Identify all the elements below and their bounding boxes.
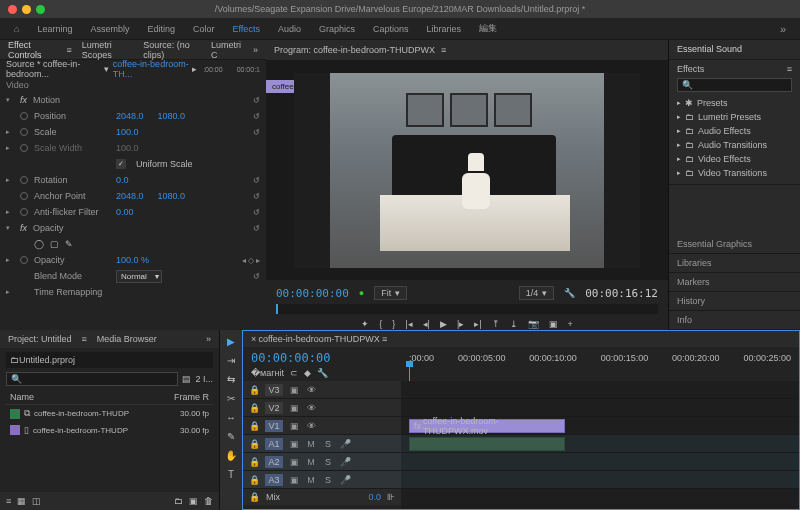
reset-icon[interactable]: ↺ xyxy=(253,272,260,281)
mask-ellipse-icon[interactable]: ◯ xyxy=(34,239,44,249)
linked-sel-icon[interactable]: ⊂ xyxy=(290,368,298,378)
panel-libraries[interactable]: Libraries xyxy=(669,254,800,273)
mask-pen-icon[interactable]: ✎ xyxy=(65,239,73,249)
folder-presets[interactable]: ▸✱Presets xyxy=(677,96,792,110)
lock-icon[interactable]: 🔒 xyxy=(249,439,260,449)
keyframe-toggle[interactable] xyxy=(20,176,28,184)
mute-toggle[interactable]: M xyxy=(305,475,317,485)
maximize-window[interactable] xyxy=(36,5,45,14)
reset-icon[interactable]: ↺ xyxy=(253,192,260,201)
ripple-edit-tool-icon[interactable]: ⇆ xyxy=(227,374,235,385)
track-a3[interactable]: A3 xyxy=(265,474,283,486)
caret-down-icon[interactable]: ▾ xyxy=(6,96,14,104)
lane-mix[interactable] xyxy=(401,489,799,507)
freeform-view-icon[interactable]: ◫ xyxy=(32,496,41,506)
solo-toggle[interactable]: S xyxy=(322,457,334,467)
blend-mode-dropdown[interactable]: Normal xyxy=(116,270,162,283)
track-toggle-output[interactable]: ▣ xyxy=(288,439,300,449)
mix-value[interactable]: 0.0 xyxy=(368,492,381,502)
lock-icon[interactable]: 🔒 xyxy=(249,457,260,467)
video-frame[interactable] xyxy=(294,73,640,268)
mix-meter-icon[interactable]: ⊪ xyxy=(387,492,395,502)
record-toggle[interactable]: 🎤 xyxy=(339,439,351,449)
rotation-value[interactable]: 0.0 xyxy=(116,175,129,185)
menu-icon[interactable]: ≡ xyxy=(66,45,71,55)
folder-audio-fx[interactable]: ▸🗀Audio Effects xyxy=(677,124,792,138)
motion-header[interactable]: Motion xyxy=(33,95,109,105)
track-toggle-output[interactable]: ▣ xyxy=(288,421,300,431)
menu-icon[interactable]: ≡ xyxy=(382,334,387,344)
panel-markers[interactable]: Markers xyxy=(669,273,800,292)
selection-tool-icon[interactable]: ▶ xyxy=(227,336,235,347)
record-toggle[interactable]: 🎤 xyxy=(339,457,351,467)
mute-toggle[interactable]: M xyxy=(305,439,317,449)
keyframe-toggle[interactable] xyxy=(20,192,28,200)
track-select-tool-icon[interactable]: ⇥ xyxy=(227,355,235,366)
lane-v2[interactable] xyxy=(401,399,799,417)
clip-crumb[interactable]: coffee-in-bedroom-TH... xyxy=(113,59,192,79)
caret-right-icon[interactable]: ▸ xyxy=(6,128,14,136)
opacity-value[interactable]: 100.0 % xyxy=(116,255,149,265)
keyframe-toggle[interactable] xyxy=(20,112,28,120)
folder-lumetri[interactable]: ▸🗀Lumetri Presets xyxy=(677,110,792,124)
close-window[interactable] xyxy=(8,5,17,14)
marker-icon[interactable]: ◆ xyxy=(304,368,311,378)
col-name[interactable]: Name xyxy=(10,392,165,402)
mute-toggle[interactable]: M xyxy=(305,457,317,467)
track-v3[interactable]: V3 xyxy=(265,384,283,396)
time-remapping[interactable]: Time Remapping xyxy=(34,287,110,297)
lock-icon[interactable]: 🔒 xyxy=(249,475,260,485)
track-v2[interactable]: V2 xyxy=(265,402,283,414)
position-x[interactable]: 2048.0 xyxy=(116,111,144,121)
workspace-editing[interactable]: Editing xyxy=(147,24,175,34)
panel-info[interactable]: Info xyxy=(669,311,800,330)
keyframe-nav[interactable]: ◂ ◇ ▸ xyxy=(242,256,260,265)
icon-view-icon[interactable]: ▦ xyxy=(17,496,26,506)
panel-history[interactable]: History xyxy=(669,292,800,311)
reset-icon[interactable]: ↺ xyxy=(253,128,260,137)
menu-icon[interactable]: ≡ xyxy=(441,45,446,55)
audio-clip[interactable] xyxy=(409,437,565,451)
video-clip[interactable]: fx coffee-in-bedroom-THUDPWX.mov xyxy=(409,419,565,433)
go-in-icon[interactable]: |◂ xyxy=(405,319,412,329)
track-v1[interactable]: V1 xyxy=(265,420,283,432)
timecode-out[interactable]: 00:00:16:12 xyxy=(585,287,658,300)
step-fwd-icon[interactable]: |▸ xyxy=(457,319,464,329)
workspace-assembly[interactable]: Assembly xyxy=(90,24,129,34)
panel-overflow[interactable]: » xyxy=(253,45,258,55)
folder-video-fx[interactable]: ▸🗀Video Effects xyxy=(677,152,792,166)
timeline-timecode[interactable]: 00:00:00:00 xyxy=(251,351,393,365)
pen-tool-icon[interactable]: ✎ xyxy=(227,431,235,442)
track-toggle-eye[interactable]: 👁 xyxy=(305,403,317,413)
list-view-icon[interactable]: ≡ xyxy=(6,496,11,506)
lane-a3[interactable] xyxy=(401,471,799,489)
add-marker-icon[interactable]: ✦ xyxy=(361,319,369,329)
workspace-graphics[interactable]: Graphics xyxy=(319,24,355,34)
reset-icon[interactable]: ↺ xyxy=(253,208,260,217)
keyframe-toggle[interactable] xyxy=(20,256,28,264)
type-tool-icon[interactable]: T xyxy=(228,469,234,480)
lock-icon[interactable]: 🔒 xyxy=(249,421,260,431)
home-icon[interactable]: ⌂ xyxy=(14,24,19,34)
lock-icon[interactable]: 🔒 xyxy=(249,403,260,413)
minimize-window[interactable] xyxy=(22,5,31,14)
opacity-header[interactable]: Opacity xyxy=(33,223,109,233)
tab-lumetri-scopes[interactable]: Lumetri Scopes xyxy=(82,40,133,60)
essential-sound-header[interactable]: Essential Sound xyxy=(669,40,800,60)
folder-video-trans[interactable]: ▸🗀Video Transitions xyxy=(677,166,792,180)
bin-name[interactable]: Untitled.prproj xyxy=(19,355,75,365)
lock-icon[interactable]: 🔒 xyxy=(249,385,260,395)
track-toggle-output[interactable]: ▣ xyxy=(288,403,300,413)
workspace-effects[interactable]: Effects xyxy=(233,24,260,34)
caret-down-icon[interactable]: ▾ xyxy=(6,224,14,232)
playhead-toggle-icon[interactable]: ▸ xyxy=(192,64,197,74)
extract-icon[interactable]: ⤓ xyxy=(510,319,518,329)
panel-overflow[interactable]: » xyxy=(206,334,211,344)
scale-value[interactable]: 100.0 xyxy=(116,127,139,137)
settings-icon[interactable]: 🔧 xyxy=(317,368,328,378)
workspace-audio[interactable]: Audio xyxy=(278,24,301,34)
workspace-captions[interactable]: Captions xyxy=(373,24,409,34)
mark-out-icon[interactable]: } xyxy=(392,319,395,329)
solo-toggle[interactable]: S xyxy=(322,439,334,449)
lift-icon[interactable]: ⤒ xyxy=(492,319,500,329)
